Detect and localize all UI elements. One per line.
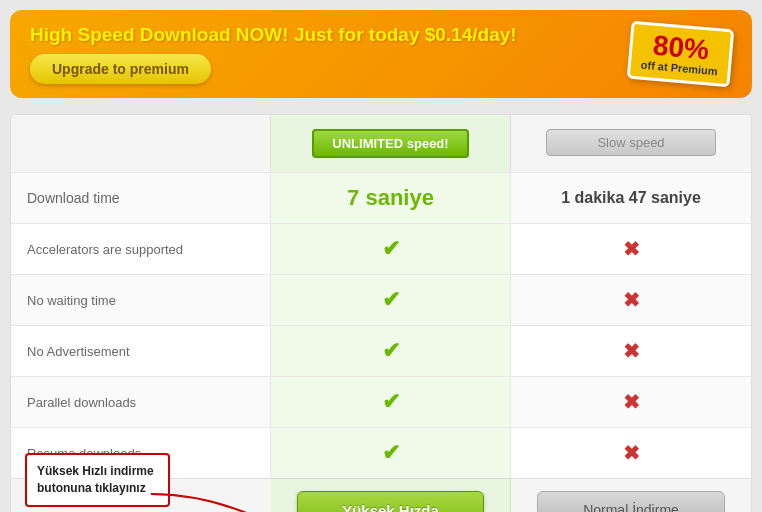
page-wrapper: High Speed Download NOW! Just for today … xyxy=(0,0,762,512)
row-premium-resume: ✔ xyxy=(271,428,511,478)
unlimited-badge: UNLIMITED speed! xyxy=(312,129,468,158)
x-icon: ✖ xyxy=(623,237,640,261)
banner-title-end: /day! xyxy=(472,24,516,45)
col-header-free: Slow speed xyxy=(511,115,751,172)
row-free-accelerators: ✖ xyxy=(511,224,751,274)
slow-speed-badge: Slow speed xyxy=(546,129,716,156)
table-row: No Advertisement ✔ ✖ xyxy=(11,325,751,376)
free-download-button[interactable]: Normal İndirme xyxy=(537,491,724,512)
upgrade-button[interactable]: Upgrade to premium xyxy=(30,54,211,84)
banner-left: High Speed Download NOW! Just for today … xyxy=(30,24,517,84)
banner-price: $0.14 xyxy=(425,24,473,45)
x-icon: ✖ xyxy=(623,339,640,363)
row-label-no-ads: No Advertisement xyxy=(11,326,271,376)
table-row: Parallel downloads ✔ ✖ xyxy=(11,376,751,427)
premium-download-button[interactable]: Yüksek Hızda İndirme xyxy=(297,491,483,512)
row-premium-no-ads: ✔ xyxy=(271,326,511,376)
callout-arrow xyxy=(151,489,281,512)
row-label-no-waiting: No waiting time xyxy=(11,275,271,325)
banner-title-text: High Speed Download NOW! Just for today xyxy=(30,24,425,45)
row-premium-no-waiting: ✔ xyxy=(271,275,511,325)
row-free-resume: ✖ xyxy=(511,428,751,478)
row-label-parallel: Parallel downloads xyxy=(11,377,271,427)
row-premium-accelerators: ✔ xyxy=(271,224,511,274)
footer-premium: Yüksek Hızda İndirme xyxy=(271,479,511,512)
x-icon: ✖ xyxy=(623,288,640,312)
table-row: Accelerators are supported ✔ ✖ xyxy=(11,223,751,274)
header-banner: High Speed Download NOW! Just for today … xyxy=(10,10,752,98)
col-header-premium: UNLIMITED speed! xyxy=(271,115,511,172)
check-icon: ✔ xyxy=(382,389,400,415)
footer-free: Normal İndirme xyxy=(511,479,751,512)
discount-badge: 80% off at Premium xyxy=(627,21,735,88)
table-row: Download time 7 saniye 1 dakika 47 saniy… xyxy=(11,172,751,223)
check-icon: ✔ xyxy=(382,338,400,364)
banner-title: High Speed Download NOW! Just for today … xyxy=(30,24,517,46)
col-header-empty xyxy=(11,115,271,172)
check-icon: ✔ xyxy=(382,440,400,466)
x-icon: ✖ xyxy=(623,441,640,465)
check-icon: ✔ xyxy=(382,236,400,262)
row-free-no-waiting: ✖ xyxy=(511,275,751,325)
table-header: UNLIMITED speed! Slow speed xyxy=(11,115,751,172)
callout-box: Yüksek Hızlı indirme butonuna tıklayınız xyxy=(25,453,170,507)
comparison-table: UNLIMITED speed! Slow speed Download tim… xyxy=(10,114,752,512)
x-icon: ✖ xyxy=(623,390,640,414)
row-free-no-ads: ✖ xyxy=(511,326,751,376)
row-free-download-time: 1 dakika 47 saniye xyxy=(511,173,751,223)
callout-text: Yüksek Hızlı indirme butonuna tıklayınız xyxy=(37,464,154,495)
row-free-parallel: ✖ xyxy=(511,377,751,427)
table-row: No waiting time ✔ ✖ xyxy=(11,274,751,325)
row-premium-parallel: ✔ xyxy=(271,377,511,427)
row-label-accelerators: Accelerators are supported xyxy=(11,224,271,274)
row-label-download-time: Download time xyxy=(11,173,271,223)
row-premium-download-time: 7 saniye xyxy=(271,173,511,223)
check-icon: ✔ xyxy=(382,287,400,313)
